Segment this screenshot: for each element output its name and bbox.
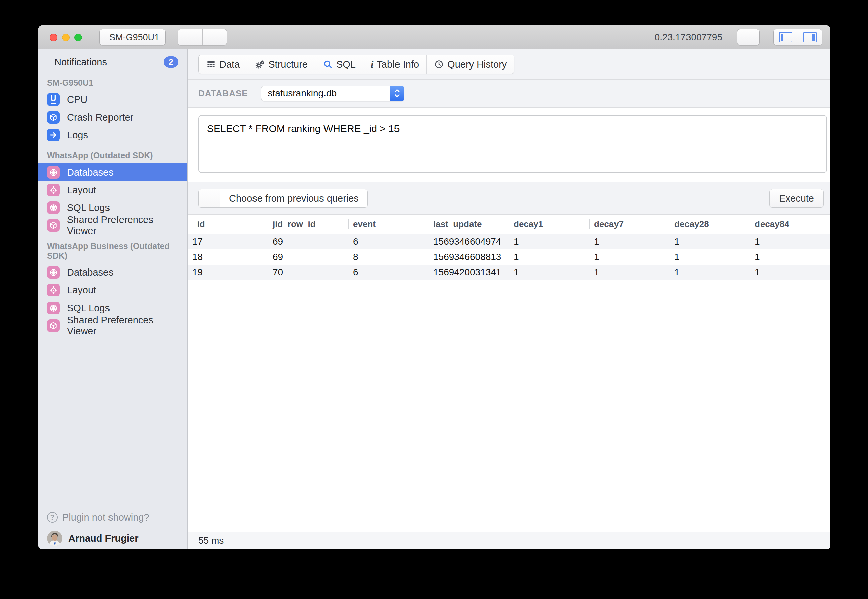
table-cell: 69 — [268, 249, 348, 265]
sidebar: Notifications 2 SM-G950U1UCPUCrash Repor… — [38, 49, 188, 549]
tab-query-history[interactable]: Query History — [426, 55, 514, 74]
table-cell: 17 — [188, 234, 268, 250]
table-cell: 1 — [589, 249, 670, 265]
right-panel-icon — [803, 32, 817, 42]
table-cell: 1 — [670, 265, 750, 280]
minimize-button[interactable] — [62, 33, 70, 41]
table-cell: 1 — [670, 249, 750, 265]
choose-previous-queries-button[interactable]: Choose from previous queries — [220, 189, 367, 208]
column-header-decay84[interactable]: decay84 — [750, 215, 830, 234]
query-actions-bar: Choose from previous queries Execute — [188, 182, 830, 215]
traffic-lights — [50, 33, 82, 41]
table-cell: 6 — [348, 265, 429, 280]
sidebar-item-shared-preferences-viewer[interactable]: Shared Preferences Viewer — [38, 217, 187, 234]
tab-data[interactable]: Data — [198, 55, 247, 74]
table-cell: 1569346608813 — [429, 249, 509, 265]
zoom-button[interactable] — [74, 33, 82, 41]
tab-label: Query History — [448, 59, 507, 70]
table-row[interactable]: 1869815693466088131111 — [188, 249, 830, 265]
cube-icon — [47, 319, 60, 332]
sidebar-item-cpu[interactable]: UCPU — [38, 91, 187, 108]
sidebar-item-layout[interactable]: Layout — [38, 181, 187, 199]
table-cell: 1 — [750, 265, 830, 280]
favorite-query-button[interactable] — [198, 189, 220, 208]
column-header-id[interactable]: _id — [188, 215, 268, 234]
column-header-jid-row-id[interactable]: jid_row_id — [268, 215, 348, 234]
column-header-last-update[interactable]: last_update — [429, 215, 509, 234]
sidebar-item-logs[interactable]: Logs — [38, 126, 187, 144]
sidebar-item-databases[interactable]: Databases — [38, 164, 187, 181]
column-header-decay28[interactable]: decay28 — [670, 215, 750, 234]
globe-icon — [47, 166, 60, 179]
sidebar-item-crash-reporter[interactable]: Crash Reporter — [38, 108, 187, 126]
toggle-left-sidebar-button[interactable] — [773, 30, 798, 45]
sidebar-item-notifications[interactable]: Notifications 2 — [38, 53, 187, 71]
results-table: _idjid_row_ideventlast_updatedecay1decay… — [188, 215, 830, 280]
tab-label: SQL — [336, 59, 356, 70]
query-input[interactable]: SELECT * FROM ranking WHERE _id > 15 — [198, 115, 827, 173]
select-stepper-icon — [390, 86, 404, 101]
table-cell: 1 — [670, 234, 750, 250]
sidebar-item-label: SQL Logs — [67, 202, 110, 214]
tab-label: Structure — [268, 59, 308, 70]
toggle-right-sidebar-button[interactable] — [798, 30, 822, 45]
sidebar-item-shared-preferences-viewer[interactable]: Shared Preferences Viewer — [38, 317, 187, 334]
globe-icon — [47, 301, 60, 314]
table-cell: 1 — [509, 249, 589, 265]
sidebar-item-label: Layout — [67, 285, 96, 296]
plugin-help-link[interactable]: ? Plugin not showing? — [38, 507, 187, 527]
info-icon: i — [371, 59, 373, 69]
main-panel: DataStructureSQLiTable InfoQuery History… — [188, 49, 830, 549]
column-header-event[interactable]: event — [348, 215, 429, 234]
table-row[interactable]: 1769615693466049741111 — [188, 234, 830, 250]
tab-sql[interactable]: SQL — [315, 55, 363, 74]
user-account-row[interactable]: Arnaud Frugier — [38, 527, 187, 549]
sidebar-item-sql-logs[interactable]: SQL Logs — [38, 299, 187, 317]
close-button[interactable] — [50, 33, 57, 41]
gears-icon — [255, 59, 265, 69]
device-name: SM-G950U1 — [109, 32, 159, 42]
sidebar-item-label: Layout — [67, 185, 96, 196]
sidebar-item-label: Shared Preferences Viewer — [67, 315, 179, 337]
magnifier-icon — [323, 59, 333, 69]
database-select-value: statusranking.db — [268, 88, 336, 99]
plugin-help-label: Plugin not showing? — [62, 512, 149, 523]
app-version: 0.23.173007795 — [655, 32, 722, 42]
database-label: DATABASE — [198, 89, 248, 99]
tab-table-info[interactable]: iTable Info — [363, 55, 426, 74]
sidebar-sections: SM-G950U1UCPUCrash ReporterLogsWhatsApp … — [38, 71, 187, 335]
bug-report-button[interactable] — [737, 29, 760, 45]
table-cell: 19 — [188, 265, 268, 280]
table-row[interactable]: 1970615694200313411111 — [188, 265, 830, 280]
table-cell: 1569346604974 — [429, 234, 509, 250]
flipper-window: SM-G950U1 0.23.173007795 — [38, 26, 830, 549]
arrow-right-icon — [47, 129, 60, 141]
tab-label: Data — [219, 59, 240, 70]
tab-structure[interactable]: Structure — [247, 55, 315, 74]
table-cell: 1 — [509, 265, 589, 280]
sidebar-item-databases[interactable]: Databases — [38, 263, 187, 281]
table-cell: 1 — [589, 234, 670, 250]
screenshot-button[interactable] — [178, 30, 202, 45]
device-selector-button[interactable]: SM-G950U1 — [99, 29, 166, 45]
table-cell: 18 — [188, 249, 268, 265]
column-header-decay7[interactable]: decay7 — [589, 215, 670, 234]
table-cell: 70 — [268, 265, 348, 280]
sidebar-item-sql-logs[interactable]: SQL Logs — [38, 199, 187, 217]
sidebar-item-label: Databases — [67, 267, 114, 278]
target-icon — [47, 184, 60, 196]
left-panel-icon — [779, 32, 792, 42]
sidebar-item-layout[interactable]: Layout — [38, 281, 187, 299]
database-select[interactable]: statusranking.db — [261, 86, 404, 101]
table-cell: 6 — [348, 234, 429, 250]
table-cell: 8 — [348, 249, 429, 265]
panel-toggle-group — [773, 29, 823, 45]
execute-button[interactable]: Execute — [769, 189, 824, 208]
globe-icon — [47, 201, 60, 214]
cpu-icon: U — [47, 93, 60, 106]
column-header-decay1[interactable]: decay1 — [509, 215, 589, 234]
screen-record-button[interactable] — [202, 30, 227, 45]
question-circle-icon: ? — [47, 512, 58, 522]
sidebar-item-label: SQL Logs — [67, 303, 110, 313]
table-cell: 69 — [268, 234, 348, 250]
